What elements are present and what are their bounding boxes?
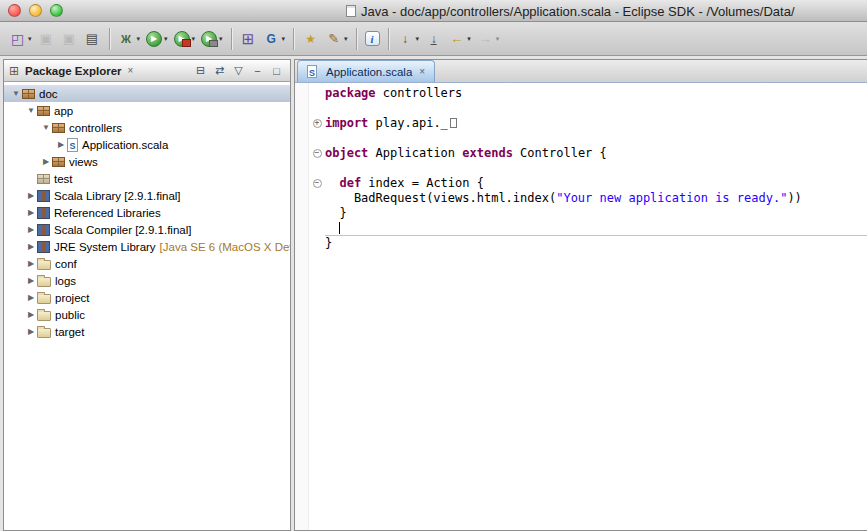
dropdown-arrow-icon[interactable]: ▾ (496, 35, 500, 43)
link-with-editor-button[interactable]: ⇄ (211, 63, 228, 79)
code-line[interactable]: } (325, 236, 867, 251)
save-all-button[interactable]: ▣ (58, 26, 81, 52)
code-line[interactable] (325, 131, 867, 146)
view-title: Package Explorer (25, 65, 122, 77)
tree-item-views[interactable]: ▶views (4, 153, 290, 170)
collapsed-twisty-icon[interactable]: ▶ (25, 310, 37, 319)
library-icon (37, 241, 50, 253)
code-line[interactable] (325, 161, 867, 176)
titlebar[interactable]: Java - doc/app/controllers/Application.s… (0, 0, 867, 22)
dropdown-arrow-icon[interactable]: ▾ (192, 35, 196, 43)
collapsed-twisty-icon[interactable]: ▶ (25, 242, 37, 251)
dropdown-arrow-icon[interactable]: ▾ (137, 35, 141, 43)
tree-item-project[interactable]: ▶project (4, 289, 290, 306)
fold-ruler-cell (309, 161, 325, 176)
code-line[interactable]: BadRequest(views.html.index("Your new ap… (325, 191, 867, 206)
tree-item-test[interactable]: test (4, 170, 290, 187)
code-editor[interactable]: +−− package controllersimport play.api._… (295, 83, 867, 530)
tree-item-scala-compiler-2-9-1-final[interactable]: ▶Scala Compiler [2.9.1.final] (4, 221, 290, 238)
info-button[interactable]: i (362, 26, 383, 52)
dropdown-arrow-icon[interactable]: ▾ (28, 35, 32, 43)
collapsed-twisty-icon[interactable]: ▶ (25, 225, 37, 234)
collapsed-twisty-icon[interactable]: ▶ (25, 208, 37, 217)
fold-expand-icon[interactable]: + (313, 119, 322, 128)
tree-item-app[interactable]: ▼app (4, 102, 290, 119)
collapsed-twisty-icon[interactable]: ▶ (25, 293, 37, 302)
code-line[interactable] (325, 101, 867, 116)
code-line[interactable]: object Application extends Controller { (325, 146, 867, 161)
code-line[interactable]: import play.api._ (325, 116, 867, 131)
tree-item-public[interactable]: ▶public (4, 306, 290, 323)
tree-item-logs[interactable]: ▶logs (4, 272, 290, 289)
close-tab-icon[interactable]: × (419, 66, 425, 77)
tree-item-doc[interactable]: ▼doc (4, 85, 290, 102)
tree-item-conf[interactable]: ▶conf (4, 255, 290, 272)
collapsed-twisty-icon[interactable]: ▶ (55, 140, 67, 149)
run-icon: ▶ (146, 31, 162, 47)
code-lines[interactable]: package controllersimport play.api._obje… (325, 83, 867, 530)
editor-tab-application-scala[interactable]: Application.scala × (297, 60, 435, 82)
back-button[interactable]: ←▾ (445, 26, 474, 52)
new-wizard-icon: ◰ (9, 30, 26, 47)
package-icon (52, 123, 65, 133)
tree-item-target[interactable]: ▶target (4, 323, 290, 340)
external-tools-button[interactable]: ▶▾ (171, 26, 199, 52)
tree-item-controllers[interactable]: ▼controllers (4, 119, 290, 136)
annotation-ruler[interactable] (295, 83, 309, 530)
collapse-all-button[interactable]: ⊟ (192, 63, 209, 79)
fold-collapse-icon[interactable]: − (313, 179, 322, 188)
collapsed-twisty-icon[interactable]: ▶ (25, 327, 37, 336)
maximize-view-button[interactable]: □ (268, 63, 285, 79)
fold-collapse-icon[interactable]: − (313, 149, 322, 158)
expanded-twisty-icon[interactable]: ▼ (25, 106, 37, 115)
coverage-button[interactable]: ▶▾ (198, 26, 226, 52)
tree-item-application-scala[interactable]: ▶Application.scala (4, 136, 290, 153)
last-edit-location-button[interactable]: ↓ (422, 26, 445, 52)
run-button[interactable]: ▶▾ (143, 26, 171, 52)
dropdown-arrow-icon[interactable]: ▾ (467, 35, 471, 43)
zoom-window-button[interactable] (50, 4, 63, 17)
save-button[interactable]: ▣ (35, 26, 58, 52)
code-line[interactable]: def index = Action { (325, 176, 867, 191)
fold-ruler-cell: − (309, 146, 325, 161)
dropdown-arrow-icon[interactable]: ▾ (282, 35, 286, 43)
tree-item-label: Application.scala (82, 139, 168, 151)
collapsed-twisty-icon[interactable]: ▶ (40, 157, 52, 166)
new-button[interactable]: ◰▾ (6, 26, 35, 52)
expanded-twisty-icon[interactable]: ▼ (10, 89, 22, 98)
code-line[interactable]: } (325, 206, 867, 221)
code-line[interactable] (325, 221, 867, 236)
folded-code-box[interactable] (450, 118, 457, 128)
code-line[interactable]: package controllers (325, 86, 867, 101)
new-java-project-button[interactable]: ⊞ (237, 26, 260, 52)
traffic-lights (8, 4, 63, 17)
tree-item-label: project (55, 292, 90, 304)
close-window-button[interactable] (8, 4, 21, 17)
tree-item-referenced-libraries[interactable]: ▶Referenced Libraries (4, 204, 290, 221)
fold-ruler[interactable]: +−− (309, 83, 325, 530)
collapsed-twisty-icon[interactable]: ▶ (25, 259, 37, 268)
main-toolbar: ◰▾▣▣▤Ж▾▶▾▶▾▶▾⊞G▾★✎▾i↓▾↓←▾→▾ (0, 22, 867, 56)
collapsed-twisty-icon[interactable]: ▶ (25, 191, 37, 200)
code-token: } (325, 236, 332, 250)
dropdown-arrow-icon[interactable]: ▾ (219, 35, 223, 43)
tree-item-scala-library-2-9-1-final[interactable]: ▶Scala Library [2.9.1.final] (4, 187, 290, 204)
open-type-button[interactable]: G▾ (260, 26, 289, 52)
minimize-view-button[interactable]: − (249, 63, 266, 79)
debug-button[interactable]: Ж▾ (115, 26, 144, 52)
forward-button[interactable]: →▾ (474, 26, 503, 52)
editor-area: Application.scala × +−− package controll… (294, 59, 867, 531)
collapsed-twisty-icon[interactable]: ▶ (25, 276, 37, 285)
next-annotation-button[interactable]: ↓▾ (394, 26, 423, 52)
expanded-twisty-icon[interactable]: ▼ (40, 123, 52, 132)
search-button[interactable]: ★ (299, 26, 322, 52)
view-menu-button[interactable]: ▽ (230, 63, 247, 79)
print-button[interactable]: ▤ (81, 26, 104, 52)
tree-item-jre-system-library[interactable]: ▶JRE System Library[Java SE 6 (MacOS X D… (4, 238, 290, 255)
close-view-icon[interactable]: × (128, 65, 134, 76)
dropdown-arrow-icon[interactable]: ▾ (416, 35, 420, 43)
minimize-window-button[interactable] (29, 4, 42, 17)
dropdown-arrow-icon[interactable]: ▾ (164, 35, 168, 43)
dropdown-arrow-icon[interactable]: ▾ (344, 35, 348, 43)
annotations-button[interactable]: ✎▾ (322, 26, 351, 52)
